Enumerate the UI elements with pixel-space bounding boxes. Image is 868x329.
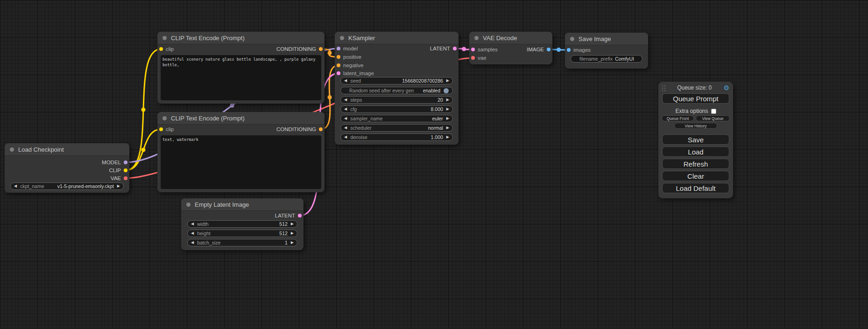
output-port-vae[interactable] bbox=[124, 176, 127, 180]
output-label-latent: LATENT bbox=[430, 46, 450, 51]
arrow-left-icon[interactable]: ◀ bbox=[344, 117, 347, 120]
node-ksampler[interactable]: KSampler model LATENT positive negative … bbox=[335, 32, 459, 145]
node-load-checkpoint[interactable]: Load Checkpoint MODEL CLIP VAE ◀ ckpt_na… bbox=[5, 143, 129, 193]
node-empty-latent-image[interactable]: Empty Latent Image LATENT ◀ width 512 ▶ … bbox=[181, 198, 303, 250]
seed-widget[interactable]: ◀ seed 156680208700286 ▶ bbox=[340, 77, 453, 84]
slot-row: CLIP bbox=[5, 167, 129, 174]
input-port-negative[interactable] bbox=[337, 63, 340, 67]
output-port-conditioning[interactable] bbox=[319, 47, 323, 51]
prompt-textarea[interactable]: text, watermark bbox=[161, 135, 321, 189]
arrow-right-icon[interactable]: ▶ bbox=[117, 184, 120, 188]
arrow-right-icon[interactable]: ▶ bbox=[446, 98, 449, 102]
collapse-icon[interactable] bbox=[10, 147, 14, 152]
arrow-right-icon[interactable]: ▶ bbox=[446, 117, 449, 120]
widget-label: Random seed after every gen bbox=[349, 88, 414, 93]
slot-row: images bbox=[565, 46, 648, 54]
batch-size-widget[interactable]: ◀ batch_size 1 ▶ bbox=[187, 239, 297, 246]
arrow-left-icon[interactable]: ◀ bbox=[191, 231, 194, 235]
output-port-latent[interactable] bbox=[298, 214, 302, 217]
collapse-icon[interactable] bbox=[340, 36, 344, 40]
output-label-image: IMAGE bbox=[527, 47, 544, 52]
node-title-bar[interactable]: VAE Decode bbox=[469, 32, 552, 44]
extra-options-checkbox[interactable] bbox=[711, 109, 716, 114]
load-default-button[interactable]: Load Default bbox=[662, 183, 729, 193]
input-port-samples[interactable] bbox=[471, 48, 475, 51]
node-title-bar[interactable]: KSampler bbox=[335, 32, 459, 44]
node-title-bar[interactable]: CLIP Text Encode (Prompt) bbox=[157, 112, 325, 125]
arrow-left-icon[interactable]: ◀ bbox=[191, 222, 194, 226]
arrow-right-icon[interactable]: ▶ bbox=[291, 231, 294, 235]
queue-prompt-button[interactable]: Queue Prompt bbox=[662, 93, 729, 104]
node-clip-text-encode-positive[interactable]: CLIP Text Encode (Prompt) clip CONDITION… bbox=[157, 32, 325, 104]
arrow-left-icon[interactable]: ◀ bbox=[14, 184, 17, 188]
queue-front-button[interactable]: Queue Front bbox=[662, 115, 694, 121]
input-port-vae[interactable] bbox=[471, 56, 475, 60]
refresh-button[interactable]: Refresh bbox=[662, 159, 729, 169]
output-port-model[interactable] bbox=[124, 161, 127, 164]
denoise-widget[interactable]: ◀ denoise 1.000 ▶ bbox=[340, 133, 453, 141]
width-widget[interactable]: ◀ width 512 ▶ bbox=[187, 220, 297, 228]
view-history-button[interactable]: View History bbox=[674, 123, 717, 129]
ckpt-name-widget[interactable]: ◀ ckpt_name v1-5-pruned-emaonly.ckpt ▶ bbox=[10, 182, 124, 190]
arrow-left-icon[interactable]: ◀ bbox=[344, 98, 347, 102]
collapse-icon[interactable] bbox=[570, 37, 574, 41]
cfg-widget[interactable]: ◀ cfg 8.000 ▶ bbox=[340, 105, 453, 113]
arrow-right-icon[interactable]: ▶ bbox=[446, 126, 449, 130]
node-title-bar[interactable]: CLIP Text Encode (Prompt) bbox=[157, 32, 325, 44]
prompt-textarea[interactable]: beautiful scenery nature glass bottle la… bbox=[161, 55, 321, 100]
widget-value: ComfyUI bbox=[615, 56, 634, 62]
height-widget[interactable]: ◀ height 512 ▶ bbox=[187, 230, 297, 237]
output-port-conditioning[interactable] bbox=[319, 127, 323, 131]
output-label-conditioning: CONDITIONING bbox=[276, 126, 316, 132]
input-port-images[interactable] bbox=[567, 48, 571, 52]
output-label-conditioning: CONDITIONING bbox=[276, 46, 316, 52]
arrow-left-icon[interactable]: ◀ bbox=[344, 107, 347, 111]
filename-prefix-widget[interactable]: filename_prefix ComfyUI bbox=[571, 55, 642, 63]
node-title-bar[interactable]: Empty Latent Image bbox=[181, 198, 303, 211]
arrow-right-icon[interactable]: ▶ bbox=[446, 107, 449, 111]
random-seed-toggle-widget[interactable]: Random seed after every gen enabled bbox=[340, 87, 453, 94]
sampler-name-widget[interactable]: ◀ sampler_name euler ▶ bbox=[340, 115, 453, 122]
arrow-left-icon[interactable]: ◀ bbox=[191, 241, 194, 245]
input-port-clip[interactable] bbox=[159, 47, 163, 51]
collapse-icon[interactable] bbox=[186, 203, 191, 207]
collapse-icon[interactable] bbox=[162, 36, 167, 40]
node-title-label: Save Image bbox=[579, 35, 611, 42]
node-title-label: CLIP Text Encode (Prompt) bbox=[171, 115, 245, 122]
arrow-left-icon[interactable]: ◀ bbox=[344, 126, 347, 130]
settings-gear-icon[interactable]: ⚙ bbox=[723, 84, 729, 91]
output-port-image[interactable] bbox=[547, 48, 550, 51]
node-clip-text-encode-negative[interactable]: CLIP Text Encode (Prompt) clip CONDITION… bbox=[157, 112, 325, 192]
steps-widget[interactable]: ◀ steps 20 ▶ bbox=[340, 96, 453, 104]
node-title-bar[interactable]: Load Checkpoint bbox=[5, 143, 129, 156]
drag-handle-icon[interactable] bbox=[662, 85, 665, 91]
input-port-clip[interactable] bbox=[159, 127, 163, 131]
arrow-left-icon[interactable]: ◀ bbox=[344, 79, 347, 83]
node-title-label: KSampler bbox=[348, 35, 375, 42]
arrow-right-icon[interactable]: ▶ bbox=[291, 241, 294, 245]
collapse-icon[interactable] bbox=[162, 116, 167, 120]
input-port-positive[interactable] bbox=[337, 55, 340, 59]
arrow-left-icon[interactable]: ◀ bbox=[344, 135, 347, 139]
node-canvas[interactable]: Load Checkpoint MODEL CLIP VAE ◀ ckpt_na… bbox=[0, 0, 868, 329]
node-save-image[interactable]: Save Image images filename_prefix ComfyU… bbox=[565, 33, 648, 69]
output-port-clip[interactable] bbox=[124, 168, 127, 172]
load-button[interactable]: Load bbox=[662, 147, 729, 157]
collapse-icon[interactable] bbox=[474, 36, 479, 40]
save-button[interactable]: Save bbox=[662, 134, 729, 145]
input-port-latent-image[interactable] bbox=[337, 71, 340, 75]
node-vae-decode[interactable]: VAE Decode samples IMAGE vae bbox=[469, 32, 552, 64]
scheduler-widget[interactable]: ◀ scheduler normal ▶ bbox=[340, 124, 453, 132]
toggle-knob-icon[interactable] bbox=[444, 88, 449, 93]
node-title-label: Empty Latent Image bbox=[195, 201, 249, 208]
view-queue-button[interactable]: View Queue bbox=[696, 115, 730, 121]
arrow-right-icon[interactable]: ▶ bbox=[446, 79, 449, 83]
arrow-right-icon[interactable]: ▶ bbox=[291, 222, 294, 226]
arrow-right-icon[interactable]: ▶ bbox=[446, 135, 449, 139]
output-port-latent[interactable] bbox=[453, 47, 457, 50]
node-title-bar[interactable]: Save Image bbox=[565, 33, 648, 45]
input-port-model[interactable] bbox=[337, 47, 340, 50]
input-label-clip: clip bbox=[166, 46, 174, 52]
queue-size-label: Queue size: 0 bbox=[665, 84, 723, 91]
clear-button[interactable]: Clear bbox=[662, 171, 729, 181]
